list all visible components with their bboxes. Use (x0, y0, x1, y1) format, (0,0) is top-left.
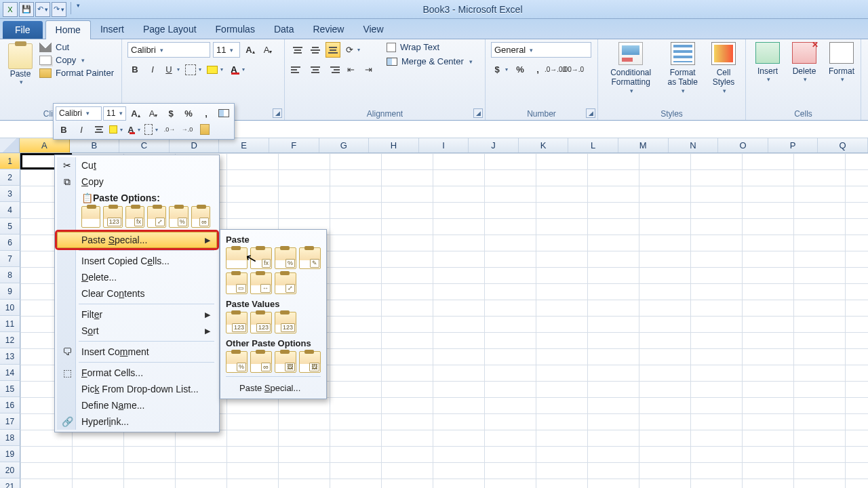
mini-borders[interactable] (144, 122, 160, 137)
ctx-paste-values[interactable]: 123 (103, 206, 122, 228)
col-header-m[interactable]: M (618, 138, 669, 152)
ctx-paste-formulas[interactable]: fx (125, 206, 144, 228)
row-header-7[interactable]: 7 (0, 251, 20, 267)
sub-paste-formulas-num[interactable]: % (275, 247, 296, 269)
fill-color-button[interactable] (206, 62, 225, 77)
row-header-5[interactable]: 5 (0, 218, 20, 235)
decrease-decimal-button[interactable]: .00→.0 (566, 62, 580, 77)
align-top-button[interactable] (290, 42, 305, 58)
ctx-delete[interactable]: Delete... (57, 269, 217, 285)
row-header-3[interactable]: 3 (0, 186, 20, 202)
row-header-10[interactable]: 10 (0, 300, 20, 316)
row-header-11[interactable]: 11 (0, 316, 20, 332)
accounting-format-button[interactable]: $ (491, 62, 510, 77)
format-cells-button[interactable]: Format▾ (825, 42, 859, 83)
italic-button[interactable]: I (145, 62, 160, 77)
ctx-define-name[interactable]: Define Name... (57, 397, 217, 413)
col-header-o[interactable]: O (718, 138, 768, 152)
ctx-paste-special[interactable]: Paste Special...▶ (57, 232, 217, 248)
row-header-18[interactable]: 18 (0, 430, 20, 446)
col-header-p[interactable]: P (768, 138, 818, 152)
align-bottom-button[interactable] (326, 42, 340, 58)
ctx-hyperlink[interactable]: 🔗Hyperlink... (57, 413, 217, 430)
decrease-indent-button[interactable]: ⇤ (343, 62, 358, 77)
tab-file[interactable]: File (3, 21, 43, 39)
ctx-paste-formatting[interactable]: % (169, 206, 188, 228)
mini-dec-decimal[interactable]: →.0 (179, 122, 195, 137)
delete-cells-button[interactable]: Delete▾ (788, 42, 821, 83)
copy-button[interactable]: Copy▾ (39, 55, 114, 65)
mini-italic[interactable]: I (73, 122, 90, 137)
sub-paste-source-fmt[interactable]: ✎ (299, 247, 321, 269)
sub-paste-values[interactable]: 123 (226, 312, 248, 333)
tab-review[interactable]: Review (304, 20, 354, 39)
row-header-20[interactable]: 20 (0, 462, 20, 479)
col-header-f[interactable]: F (269, 138, 319, 152)
row-header-13[interactable]: 13 (0, 348, 20, 365)
sub-paste-special-dialog[interactable]: Paste Special... (226, 380, 321, 395)
mini-font-color[interactable]: A (126, 122, 142, 137)
wrap-text-button[interactable]: Wrap Text (387, 42, 473, 52)
col-header-k[interactable]: K (519, 138, 569, 152)
sub-paste-link[interactable]: ∞ (250, 351, 272, 373)
mini-inc-decimal[interactable]: .0→ (161, 122, 178, 137)
row-header-12[interactable]: 12 (0, 332, 20, 348)
conditional-formatting-button[interactable]: Conditional Formatting▾ (604, 42, 658, 95)
grow-font-button[interactable]: A▴ (243, 42, 258, 58)
row-header-14[interactable]: 14 (0, 365, 20, 381)
row-header-17[interactable]: 17 (0, 413, 20, 430)
sub-paste-picture[interactable]: 🖼 (275, 351, 296, 373)
col-header-l[interactable]: L (568, 138, 618, 152)
mini-grow-font[interactable]: A▴ (127, 106, 144, 121)
font-color-button[interactable]: A (228, 62, 247, 77)
bold-button[interactable]: B (127, 62, 142, 77)
ctx-format-cells[interactable]: ⬚Format Cells... (57, 365, 217, 381)
mini-format-painter[interactable] (197, 122, 213, 137)
alignment-launcher[interactable]: ◢ (473, 108, 483, 118)
col-header-n[interactable]: N (669, 138, 719, 152)
ctx-paste-link[interactable]: ∞ (191, 206, 210, 228)
sub-paste-transpose[interactable]: ⤢ (275, 272, 296, 294)
row-header-21[interactable]: 21 (0, 479, 20, 488)
mini-percent[interactable]: % (180, 106, 197, 121)
paste-button[interactable]: Paste ▾ (5, 42, 35, 87)
number-format-combo[interactable]: General▾ (491, 42, 591, 58)
row-header-15[interactable]: 15 (0, 381, 20, 397)
merge-center-button[interactable]: Merge & Center▾ (387, 56, 473, 66)
insert-cells-button[interactable]: Insert▾ (751, 42, 784, 83)
col-header-a[interactable]: A (20, 138, 70, 152)
number-launcher[interactable]: ◢ (586, 108, 595, 118)
align-middle-button[interactable] (308, 42, 323, 58)
select-all-corner[interactable] (0, 138, 20, 152)
ctx-filter[interactable]: Filter▶ (57, 306, 217, 323)
sub-paste-linked-picture[interactable]: 🖼 (299, 351, 321, 373)
increase-indent-button[interactable]: ⇥ (361, 62, 376, 77)
mini-shrink-font[interactable]: A▾ (145, 106, 161, 121)
col-header-d[interactable]: D (170, 138, 220, 152)
row-header-19[interactable]: 19 (0, 446, 20, 462)
qat-undo-icon[interactable]: ↶▾ (35, 2, 50, 17)
increase-decimal-button[interactable]: .0→.00 (548, 62, 563, 77)
row-header-8[interactable]: 8 (0, 267, 20, 283)
underline-button[interactable]: U (163, 62, 182, 77)
col-header-c[interactable]: C (119, 138, 170, 152)
col-header-i[interactable]: I (419, 138, 469, 152)
col-header-j[interactable]: J (469, 138, 519, 152)
align-center-button[interactable] (308, 62, 323, 77)
sub-paste-values-src-fmt[interactable]: 123 (275, 312, 296, 333)
mini-merge[interactable] (216, 106, 232, 121)
mini-fill-color[interactable] (108, 122, 125, 137)
row-header-1[interactable]: 1 (0, 153, 20, 169)
sub-paste-values-num[interactable]: 123 (250, 312, 272, 333)
row-header-2[interactable]: 2 (0, 169, 20, 186)
percent-format-button[interactable]: % (513, 62, 528, 77)
ctx-sort[interactable]: Sort▶ (57, 323, 217, 339)
font-name-combo[interactable]: Calibri▾ (127, 42, 210, 58)
row-header-16[interactable]: 16 (0, 397, 20, 413)
format-as-table-button[interactable]: Format as Table▾ (662, 42, 703, 95)
shrink-font-button[interactable]: A▾ (260, 42, 275, 58)
tab-insert[interactable]: Insert (91, 20, 134, 39)
ctx-pick-from-list[interactable]: Pick From Drop-down List... (57, 381, 217, 397)
tab-page-layout[interactable]: Page Layout (134, 20, 206, 39)
ctx-insert-comment[interactable]: 🗨Insert Comment (57, 344, 217, 360)
